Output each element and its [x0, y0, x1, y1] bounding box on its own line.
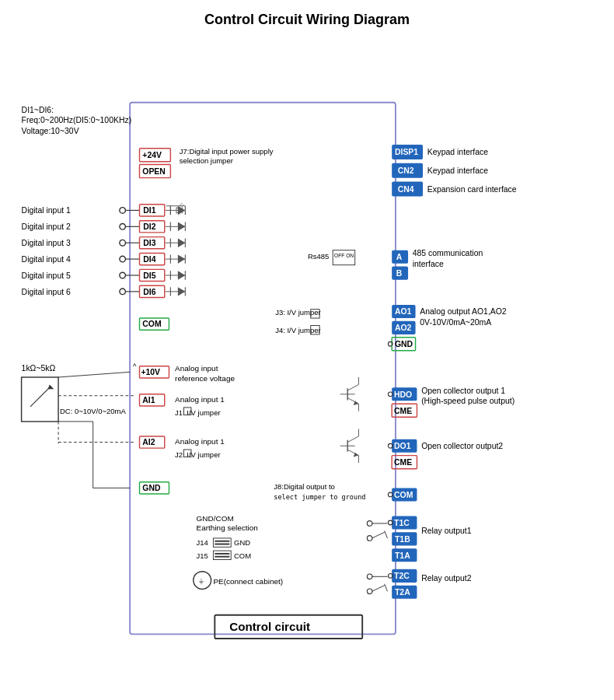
svg-rect-32: [139, 237, 164, 249]
svg-marker-51: [176, 208, 183, 214]
svg-text:Digital input 5: Digital input 5: [22, 271, 71, 280]
wiring-diagram-svg: DI1~DI6: Freq:0~200Hz(DI5:0~100KHz) Volt…: [16, 36, 598, 689]
svg-text:J7:Digital input power supply: J7:Digital input power supply: [180, 147, 274, 156]
svg-rect-115: [392, 488, 417, 501]
svg-text:DI6: DI6: [143, 288, 155, 296]
svg-text:selection jumper: selection jumper: [180, 156, 233, 165]
svg-text:DI4: DI4: [143, 255, 155, 264]
svg-rect-123: [213, 538, 231, 547]
svg-text:Relay output1: Relay output1: [421, 527, 472, 535]
svg-rect-74: [392, 338, 415, 351]
svg-text:CN2: CN2: [398, 166, 414, 175]
svg-marker-171: [178, 239, 185, 247]
diagram-area: DI1~DI6: Freq:0~200Hz(DI5:0~100KHz) Volt…: [16, 36, 598, 689]
svg-point-40: [120, 272, 126, 278]
svg-text:J2:  I/V jumper: J2: I/V jumper: [175, 450, 221, 459]
svg-text:1kΩ~5kΩ: 1kΩ~5kΩ: [22, 364, 56, 373]
svg-text:DI1~DI6:: DI1~DI6:: [22, 106, 54, 114]
svg-point-135: [367, 521, 372, 527]
svg-line-139: [385, 530, 388, 537]
svg-rect-64: [139, 318, 169, 330]
svg-line-138: [372, 532, 385, 538]
svg-marker-198: [354, 453, 359, 457]
svg-text:COM: COM: [142, 320, 161, 328]
svg-text:GND/COM: GND/COM: [197, 514, 234, 523]
svg-rect-96: [183, 450, 190, 457]
svg-text:T2C: T2C: [394, 572, 410, 580]
svg-rect-22: [139, 205, 164, 216]
svg-rect-42: [139, 269, 164, 281]
svg-text:J3: I/V jumper: J3: I/V jumper: [275, 308, 321, 317]
svg-text:^: ^: [133, 362, 137, 370]
svg-text:DC: 0~10V/0~20mA: DC: 0~10V/0~20mA: [60, 407, 127, 415]
svg-text:T1C: T1C: [394, 519, 410, 527]
svg-rect-145: [392, 548, 417, 562]
svg-line-152: [385, 584, 388, 591]
svg-rect-156: [392, 586, 417, 599]
svg-text:GND: GND: [234, 538, 250, 547]
svg-rect-13: [392, 163, 423, 178]
svg-rect-10: [392, 145, 423, 159]
page: Control Circuit Wiring Diagram DI1~DI6: …: [0, 0, 614, 700]
svg-text:DO1: DO1: [394, 442, 411, 450]
svg-text:Analog output AO1,AO2: Analog output AO1,AO2: [420, 307, 507, 316]
svg-rect-159: [215, 615, 362, 639]
svg-text:(High-speed pulse output): (High-speed pulse output): [421, 397, 515, 405]
svg-rect-128: [213, 551, 231, 559]
svg-text:GND: GND: [142, 484, 161, 492]
svg-text:Digital input 2: Digital input 2: [22, 222, 71, 231]
svg-text:AO1: AO1: [395, 307, 412, 316]
svg-text:0V-10V/0mA~20mA: 0V-10V/0mA~20mA: [420, 318, 491, 327]
svg-text:485 communication: 485 communication: [413, 249, 483, 257]
svg-point-76: [388, 341, 392, 346]
svg-point-30: [120, 240, 126, 246]
svg-rect-100: [139, 482, 169, 494]
svg-text:GND: GND: [395, 340, 413, 348]
svg-text:DI5: DI5: [143, 271, 155, 280]
svg-rect-6: [139, 165, 170, 178]
svg-text:interface: interface: [413, 260, 444, 268]
svg-text:OFF ON: OFF ON: [334, 253, 354, 258]
svg-text:DI3: DI3: [143, 239, 155, 247]
svg-text:CME: CME: [394, 407, 412, 415]
svg-point-104: [388, 392, 392, 397]
svg-point-20: [120, 208, 126, 214]
svg-rect-102: [392, 387, 417, 401]
svg-point-132: [194, 572, 211, 590]
svg-text:Digital input 1: Digital input 1: [22, 206, 71, 215]
svg-text:Open collector output 1: Open collector output 1: [421, 387, 505, 395]
svg-rect-47: [139, 285, 164, 297]
svg-line-151: [372, 586, 385, 592]
svg-text:J4: I/V jumper: J4: I/V jumper: [275, 326, 321, 334]
svg-line-187: [347, 384, 358, 390]
svg-rect-109: [392, 439, 417, 453]
svg-text:Expansion card interface: Expansion card interface: [427, 185, 517, 194]
svg-rect-87: [139, 394, 164, 406]
svg-text:Digital input 3: Digital input 3: [22, 239, 71, 247]
svg-line-53: [180, 203, 183, 206]
svg-text:Digital input 6: Digital input 6: [22, 288, 71, 296]
svg-text:+10V: +10V: [141, 368, 160, 376]
svg-text:Digital input 4: Digital input 4: [22, 255, 71, 264]
svg-text:+24V: +24V: [142, 151, 162, 159]
svg-text:reference voltage: reference voltage: [175, 374, 235, 383]
svg-line-199: [58, 372, 130, 377]
svg-text:DI2: DI2: [143, 222, 155, 231]
svg-rect-68: [311, 310, 319, 318]
svg-text:T1A: T1A: [395, 551, 410, 560]
svg-rect-0: [130, 103, 396, 635]
svg-text:OPEN: OPEN: [142, 167, 166, 176]
svg-point-148: [367, 574, 372, 579]
svg-text:J1:  I/V jumper: J1: I/V jumper: [175, 408, 221, 417]
svg-point-35: [120, 256, 126, 262]
svg-rect-37: [139, 253, 164, 264]
svg-marker-183: [178, 287, 185, 296]
svg-marker-175: [178, 254, 185, 263]
svg-text:Relay output2: Relay output2: [421, 574, 472, 583]
svg-marker-163: [178, 206, 185, 215]
svg-point-142: [388, 520, 392, 525]
svg-rect-105: [392, 404, 417, 417]
svg-text:Rs485: Rs485: [308, 252, 329, 261]
svg-rect-27: [139, 221, 164, 233]
svg-text:Analog input: Analog input: [175, 364, 218, 373]
